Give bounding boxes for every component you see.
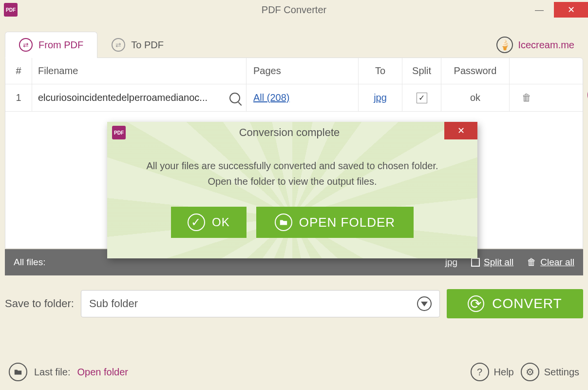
save-folder-select[interactable]: Sub folder — [81, 290, 440, 317]
row-to-cell[interactable]: jpg — [359, 84, 402, 111]
row-to[interactable]: jpg — [374, 92, 387, 103]
row-password[interactable]: ok — [441, 84, 510, 111]
gear-icon: ⚙ — [521, 363, 539, 381]
row-filename: elcuriosoincidentedelperroamedianoc... — [38, 92, 226, 103]
header-idx: # — [5, 58, 32, 84]
header-password: Password — [441, 58, 510, 84]
save-row: Save to folder: Sub folder ⟳ CONVERT — [0, 275, 588, 318]
window-controls: — ✕ — [525, 2, 588, 18]
checkbox-icon — [471, 258, 480, 267]
conversion-complete-dialog: PDF Conversion complete ✕ All your files… — [107, 122, 477, 258]
app-icon: PDF — [112, 126, 126, 139]
split-checkbox[interactable]: ✓ — [417, 93, 427, 103]
tab-label: To PDF — [131, 39, 164, 51]
table-row: 1 elcuriosoincidentedelperroamedianoc...… — [5, 84, 583, 112]
row-filename-cell: elcuriosoincidentedelperroamedianoc... — [32, 84, 247, 111]
dialog-text-1: All your files are successfully converte… — [127, 158, 458, 174]
check-icon: ✓ — [188, 214, 205, 231]
minimize-button[interactable]: — — [525, 2, 554, 18]
row-pages-cell[interactable]: All (208) — [247, 84, 359, 111]
ok-button[interactable]: ✓ OK — [171, 207, 247, 238]
row-delete-cell: 🗑 — [510, 84, 544, 111]
tab-to-pdf[interactable]: ⇄ To PDF — [97, 32, 178, 58]
brand-link[interactable]: 🍦 Icecream.me — [496, 32, 583, 58]
split-all-group[interactable]: Split all — [471, 257, 513, 268]
bottom-bar: Last file: Open folder ? Help ⚙ Settings — [0, 363, 588, 381]
tab-label: From PDF — [38, 39, 83, 51]
header-to: To — [359, 58, 402, 84]
dialog-title: Conversion complete — [126, 126, 477, 139]
save-folder-value: Sub folder — [89, 297, 138, 310]
settings-label: Settings — [544, 367, 579, 378]
window-title: PDF Converter — [0, 4, 588, 16]
close-button[interactable]: ✕ — [554, 2, 588, 18]
help-group[interactable]: ? Help — [471, 363, 514, 381]
help-icon: ? — [471, 363, 489, 381]
dialog-actions: ✓ OK OPEN FOLDER — [107, 207, 477, 238]
header-split: Split — [402, 58, 441, 84]
all-files-label: All files: — [14, 257, 45, 268]
table-header: # Filename Pages To Split Password — [5, 58, 583, 84]
open-folder-button[interactable]: OPEN FOLDER — [256, 207, 414, 238]
clear-all-label: Clear all — [540, 257, 574, 268]
save-label: Save to folder: — [5, 297, 74, 310]
titlebar: PDF PDF Converter — ✕ — [0, 0, 588, 20]
all-files-jpg[interactable]: jpg — [445, 257, 457, 268]
icecream-icon: 🍦 — [496, 37, 513, 53]
open-folder-label: OPEN FOLDER — [299, 215, 395, 230]
dropdown-arrow-icon — [417, 296, 432, 311]
dialog-body: All your files are successfully converte… — [107, 143, 477, 189]
settings-group[interactable]: ⚙ Settings — [521, 363, 579, 381]
tabs-row: ⇄ From PDF ⇄ To PDF 🍦 Icecream.me — [0, 20, 588, 58]
ok-label: OK — [212, 215, 230, 229]
dialog-close-button[interactable]: ✕ — [444, 122, 477, 139]
split-all-label: Split all — [484, 257, 513, 268]
convert-label: CONVERT — [492, 296, 562, 312]
last-file-label: Last file: — [34, 367, 70, 378]
svg-marker-0 — [421, 302, 428, 307]
row-idx: 1 — [5, 84, 32, 111]
folder-icon[interactable] — [9, 363, 27, 381]
dialog-text-2: Open the folder to view the output files… — [127, 174, 458, 189]
refresh-icon: ⟳ — [468, 295, 484, 312]
trash-icon: 🗑 — [527, 257, 536, 268]
header-filename: Filename — [32, 58, 247, 84]
from-pdf-icon: ⇄ — [19, 38, 33, 52]
preview-icon[interactable] — [229, 93, 240, 103]
convert-button[interactable]: ⟳ CONVERT — [447, 289, 583, 318]
help-label: Help — [494, 367, 514, 378]
header-delete — [510, 58, 544, 84]
brand-text: Icecream.me — [518, 39, 574, 51]
to-pdf-icon: ⇄ — [112, 38, 125, 52]
row-split-cell: ✓ — [402, 84, 441, 111]
app-icon: PDF — [4, 3, 18, 17]
open-folder-link[interactable]: Open folder — [77, 367, 128, 378]
clear-all-group[interactable]: 🗑 Clear all — [527, 257, 574, 268]
header-pages: Pages — [247, 58, 359, 84]
row-pages[interactable]: All (208) — [253, 92, 289, 103]
trash-icon[interactable]: 🗑 — [522, 92, 531, 103]
folder-icon — [275, 214, 292, 231]
dialog-titlebar: PDF Conversion complete ✕ — [107, 122, 477, 143]
tab-from-pdf[interactable]: ⇄ From PDF — [5, 32, 97, 58]
